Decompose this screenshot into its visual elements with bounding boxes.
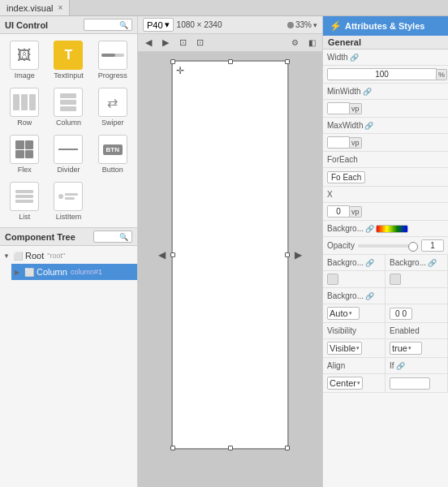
canvas-area: P40 ▾ 1080 × 2340 33% ▾ ◀ ▶ ⊡ ⊡ ⚙ ◧ ◀	[138, 16, 322, 487]
resize-handle-mr[interactable]	[285, 252, 290, 257]
expand-button[interactable]: ◧	[304, 36, 319, 50]
comp-item-divider[interactable]: Divider	[47, 131, 89, 177]
x-value-cell: vp	[323, 203, 448, 221]
visibility-chevron-icon: ▾	[356, 345, 360, 351]
maxwidth-link-icon[interactable]: 🔗	[364, 122, 373, 130]
enabled-select[interactable]: true ▾	[390, 342, 422, 355]
tree-item-root[interactable]: ▼ ⬜ Root "root"	[0, 248, 137, 264]
visibility-select[interactable]: Visible ▾	[327, 342, 362, 355]
resize-handle-tl[interactable]	[170, 59, 175, 64]
align-label-cell: Align	[323, 358, 386, 374]
tab-index-visual[interactable]: index.visual ×	[0, 0, 70, 15]
comp-item-flex[interactable]: Flex	[3, 131, 45, 177]
bg2-link-icon[interactable]: 🔗	[365, 259, 374, 267]
row-icon	[13, 94, 36, 110]
comp-label-image: Image	[15, 71, 35, 80]
undo-button[interactable]: ◀	[141, 36, 156, 50]
maxwidth-input[interactable]	[327, 136, 350, 149]
comp-item-swiper[interactable]: ⇄ Swiper	[92, 84, 134, 130]
opacity-row: Opacity 1	[323, 237, 448, 255]
attributes-grid2: Backgro... 🔗 Backgro... 🔗 Backgro... 🔗	[323, 255, 448, 393]
comp-icon-image: 🖼	[10, 41, 39, 70]
bg3-link-icon[interactable]: 🔗	[428, 259, 437, 267]
x-input[interactable]	[327, 205, 350, 218]
zoom-fit-button[interactable]: ⊡	[175, 36, 190, 50]
attributes-title: Attributes & Styles	[345, 21, 424, 31]
redo-button[interactable]: ▶	[158, 36, 173, 50]
background-color-picker[interactable]	[376, 225, 408, 233]
enabled-label-cell: Enabled	[386, 323, 448, 339]
visibility-value: Visible	[330, 343, 355, 353]
bg2-color-box[interactable]	[327, 274, 338, 285]
search-icon: 🔍	[119, 21, 128, 29]
visibility-label-cell: Visibility	[323, 323, 386, 339]
settings-button[interactable]: ⚙	[287, 36, 302, 50]
resize-handle-tr[interactable]	[285, 59, 290, 64]
resize-handle-bc[interactable]	[228, 446, 233, 450]
comp-item-button[interactable]: BTN Button	[92, 131, 134, 177]
comp-label-swiper: Swiper	[101, 119, 124, 127]
enabled-chevron-icon: ▾	[408, 345, 411, 351]
comp-item-listitem[interactable]: ListItem	[47, 179, 89, 224]
bg4-link-icon[interactable]: 🔗	[365, 292, 374, 300]
align-select[interactable]: Center ▾	[327, 377, 363, 390]
tree-item-label-root: Root	[25, 251, 44, 261]
device-selector[interactable]: P40 ▾	[143, 18, 174, 32]
comp-item-progress[interactable]: Progress	[92, 37, 134, 83]
maxwidth-label: MaxWidth	[327, 121, 363, 130]
bg-auto-select[interactable]: Auto ▾	[327, 307, 360, 320]
if-link-icon[interactable]: 🔗	[396, 362, 405, 370]
tab-label: index.visual	[6, 3, 53, 13]
background-link-icon[interactable]: 🔗	[365, 225, 374, 233]
foreach-button[interactable]: Fo Each	[327, 171, 365, 183]
width-cell: Width 🔗	[323, 50, 448, 66]
x-unit: vp	[350, 206, 362, 218]
component-search-box[interactable]: 🔍	[84, 19, 132, 31]
opacity-slider[interactable]	[358, 244, 418, 248]
bg3-color-box[interactable]	[390, 274, 401, 285]
width-link-icon[interactable]: 🔗	[350, 54, 359, 62]
minwidth-link-icon[interactable]: 🔗	[363, 88, 372, 96]
zoom-dot-icon	[287, 22, 294, 28]
comp-item-column[interactable]: Column	[47, 84, 89, 130]
tree-item-id-column: column#1	[71, 268, 102, 276]
component-grid: 🖼 Image T TextInput Progress	[0, 34, 137, 228]
comp-item-image[interactable]: 🖼 Image	[3, 37, 45, 83]
if-input[interactable]	[390, 377, 430, 390]
comp-item-list[interactable]: List	[3, 179, 45, 224]
comp-item-textinput[interactable]: T TextInput	[47, 37, 89, 83]
resize-handle-ml[interactable]	[170, 252, 175, 257]
bg4-label: Backgro...	[327, 291, 364, 300]
comp-icon-list	[10, 182, 39, 211]
resize-handle-bl[interactable]	[170, 446, 175, 450]
tab-close-icon[interactable]: ×	[58, 3, 62, 12]
comp-label-flex: Flex	[18, 166, 32, 174]
resize-handle-br[interactable]	[285, 446, 290, 450]
align-chevron-icon: ▾	[357, 380, 360, 386]
component-tree: Component Tree 🔍 ▼ ⬜ Root "root" ▶ ⬜	[0, 228, 137, 487]
comp-icon-textinput: T	[54, 41, 83, 70]
resize-handle-tc[interactable]	[228, 59, 233, 64]
enabled-label: Enabled	[390, 326, 420, 335]
ui-control-title: UI Control	[5, 20, 48, 30]
tree-expand-icon-root[interactable]: ▼	[3, 252, 11, 260]
minwidth-input[interactable]	[327, 102, 350, 114]
visibility-label: Visibility	[327, 326, 356, 335]
layout-button[interactable]: ⊡	[192, 36, 207, 50]
tree-item-column[interactable]: ▶ ⬜ Column column#1	[11, 264, 137, 280]
phone-frame: ✛	[171, 60, 289, 450]
tree-search-box[interactable]: 🔍	[93, 231, 132, 243]
search-input[interactable]	[88, 20, 119, 29]
comp-item-row[interactable]: Row	[3, 84, 45, 130]
column-icon	[60, 93, 76, 111]
bg3-label: Backgro...	[390, 258, 426, 267]
tree-search-input[interactable]	[97, 232, 119, 241]
comp-icon-swiper: ⇄	[98, 88, 127, 117]
if-value-cell	[386, 374, 448, 393]
scroll-right-icon[interactable]: ▶	[295, 249, 302, 261]
scroll-left-icon[interactable]: ◀	[158, 249, 166, 261]
move-icon[interactable]: ✛	[176, 65, 184, 76]
tree-expand-icon-column[interactable]: ▶	[15, 269, 23, 276]
x-label-cell: X	[323, 187, 448, 203]
width-input[interactable]	[327, 68, 437, 80]
